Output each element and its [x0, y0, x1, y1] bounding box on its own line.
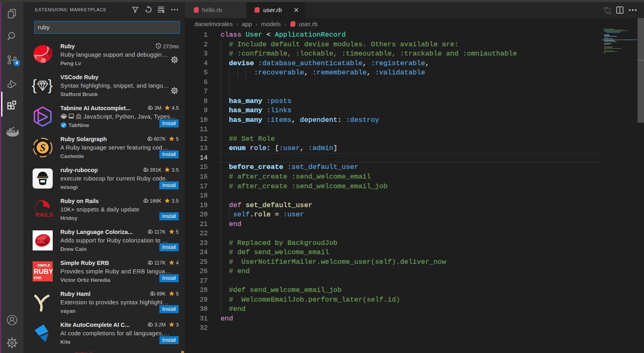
svg-text:SIMPLE: SIMPLE [37, 263, 50, 267]
svg-text:RAILS: RAILS [35, 211, 53, 218]
svg-text:S: S [40, 142, 45, 153]
svg-text:ERB: ERB [34, 276, 42, 280]
svg-text:}: } [48, 77, 53, 93]
svg-text:RUBY: RUBY [34, 268, 53, 275]
svg-text:{: { [32, 77, 37, 93]
